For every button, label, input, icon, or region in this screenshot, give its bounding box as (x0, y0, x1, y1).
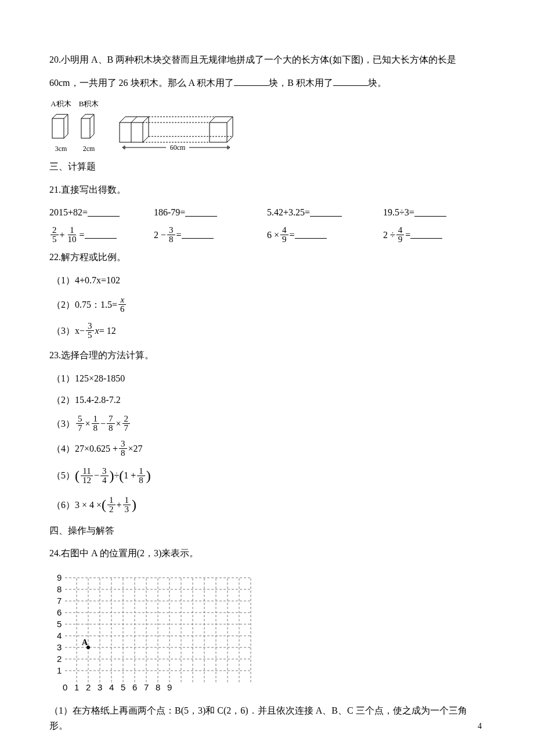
svg-line-1 (52, 114, 56, 118)
m3: × (116, 416, 121, 431)
q23-p2: （2）15.4-2.8-7.2 (49, 393, 485, 408)
blank-r1c4[interactable] (414, 208, 446, 217)
q21-title: 21.直接写出得数。 (49, 182, 485, 197)
svg-text:7: 7 (144, 682, 149, 691)
blank-a[interactable] (234, 78, 269, 86)
blank-r2c1[interactable] (85, 231, 117, 239)
f27: 27 (122, 415, 131, 433)
blank-r1c2[interactable] (185, 208, 217, 217)
svg-line-23 (227, 136, 233, 142)
eq1: = (80, 228, 85, 243)
plus: + (60, 228, 65, 243)
svg-rect-6 (81, 118, 90, 138)
r1c4: 19.5÷3= (383, 205, 414, 220)
blank-r2c4[interactable] (410, 231, 442, 239)
block-b-dim: 2cm (78, 143, 99, 154)
r2c4a: 2 ÷ (383, 228, 395, 243)
eq2: = (176, 228, 182, 243)
m1: × (85, 416, 91, 431)
frac-2-5: 25 (50, 226, 59, 244)
svg-text:1: 1 (57, 665, 62, 675)
r1c2: 186-79= (154, 205, 185, 220)
m2: − (100, 416, 106, 431)
block-a-label: A积木 (49, 98, 73, 110)
svg-text:2: 2 (57, 654, 62, 664)
svg-text:8: 8 (156, 682, 160, 691)
frac-4-9b: 49 (396, 226, 405, 244)
svg-line-22 (227, 117, 233, 123)
svg-line-8 (90, 114, 94, 118)
big-dim-text: 60cm (170, 143, 186, 152)
q22-p3b: x (95, 323, 99, 339)
paren-r1: ) (110, 465, 114, 487)
m52: ÷ (114, 468, 120, 483)
svg-rect-0 (52, 118, 64, 138)
svg-text:3: 3 (98, 682, 102, 691)
f78: 78 (107, 415, 115, 433)
block-a-dim: 3cm (49, 143, 73, 154)
q23p4a: （4）27×0.625 + (52, 441, 118, 456)
point-a-label: A (82, 638, 88, 647)
svg-text:9: 9 (167, 682, 172, 691)
blank-b[interactable] (333, 78, 368, 86)
svg-line-15 (143, 136, 149, 142)
eq4: = (405, 228, 410, 243)
svg-text:5: 5 (121, 682, 125, 691)
q23-p5: （5） ( 1112 − 34 ) ÷ ( 1 + 18 ) (49, 465, 485, 487)
f18: 18 (92, 415, 100, 433)
frac-4-9a: 49 (280, 226, 288, 244)
block-b: B积木 2cm (78, 98, 99, 154)
q22-p3c: = 12 (99, 323, 116, 339)
block-b-label: B积木 (78, 98, 99, 110)
r1c3: 5.42+3.25= (267, 205, 310, 220)
f38: 38 (119, 440, 127, 458)
svg-rect-20 (210, 123, 227, 142)
section-4-title: 四、操作与解答 (49, 523, 485, 538)
svg-line-3 (64, 134, 68, 138)
block-big: 60cm (117, 114, 239, 154)
q20-l2b: 块，B 积木用了 (269, 78, 333, 88)
paren-l3: ( (102, 494, 106, 516)
svg-text:7: 7 (57, 596, 62, 606)
svg-text:9: 9 (57, 573, 62, 582)
q24-title: 24.右图中 A 的位置用(2，3)来表示。 (49, 546, 485, 561)
m51: − (94, 468, 99, 483)
q22-p3a: （3）x− (52, 323, 85, 339)
block-big-svg: 60cm (117, 114, 239, 154)
svg-line-14 (143, 117, 149, 123)
f1112: 1112 (81, 467, 93, 485)
q20-l2a: 60cm，一共用了 26 块积木。那么 A 积木用了 (49, 78, 234, 88)
blank-r2c2[interactable] (182, 231, 214, 239)
q23p4b: ×27 (128, 441, 143, 456)
frac-1-10: 110 (66, 226, 78, 244)
calc-row-2: 25 + 110 = 2 − 38 = 6 × 49 = 2 ÷ 49 = (49, 226, 485, 244)
svg-line-2 (64, 114, 68, 118)
paren-r2: ) (146, 465, 151, 487)
q23-title: 23.选择合理的方法计算。 (49, 348, 485, 363)
m6: + (117, 498, 122, 513)
blank-r1c1[interactable] (88, 208, 120, 217)
f18b: 18 (137, 467, 145, 485)
frac-3-5: 35 (86, 322, 94, 340)
f57: 57 (76, 415, 84, 433)
q22-p2a: （2）0.75：1.5= (52, 297, 117, 312)
q23p3a: （3） (52, 416, 75, 431)
r2c2a: 2 − (154, 228, 166, 243)
grid-figure: A 0123456789123456789 (56, 569, 485, 696)
paren-r3: ) (132, 494, 136, 516)
q22-p3: （3）x− 35 x = 12 (49, 322, 485, 340)
svg-line-9 (90, 134, 94, 138)
svg-text:2: 2 (86, 682, 91, 691)
section-3-title: 三、计算题 (49, 159, 485, 174)
q22-title: 22.解方程或比例。 (49, 250, 485, 265)
r1c1: 2015+82= (49, 205, 88, 220)
block-b-svg (78, 111, 99, 143)
blank-r1c3[interactable] (310, 208, 342, 217)
blank-r2c3[interactable] (295, 231, 327, 239)
f12: 12 (107, 496, 116, 514)
svg-text:8: 8 (57, 584, 62, 594)
f34: 34 (100, 467, 109, 485)
q23p5a: （5） (52, 468, 75, 483)
q22-p2: （2）0.75：1.5= x6 (49, 296, 485, 314)
svg-text:6: 6 (132, 682, 137, 691)
